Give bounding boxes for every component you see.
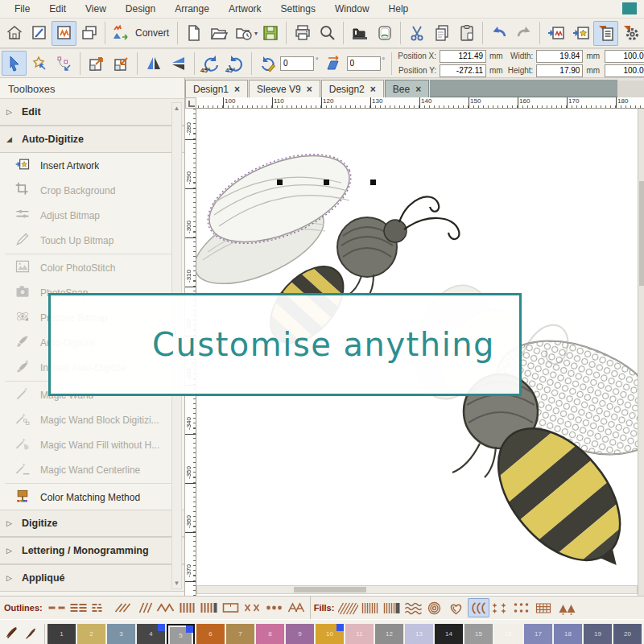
rotate-angle-input[interactable] [280, 56, 314, 71]
thread-swatch-8[interactable]: 8 [256, 624, 284, 644]
copy-icon[interactable] [429, 21, 454, 46]
selection-handle[interactable] [370, 180, 376, 185]
cross-motif-icon[interactable] [242, 598, 263, 617]
height-input[interactable] [536, 64, 583, 77]
thread-swatch-3[interactable]: 3 [107, 624, 135, 644]
scale-up-icon[interactable] [84, 51, 109, 76]
tab-close-icon[interactable]: × [234, 84, 240, 95]
thread-swatch-6[interactable]: 6 [196, 624, 225, 644]
design-settings-icon[interactable] [618, 21, 643, 46]
thread-swatch-19[interactable]: 19 [584, 624, 612, 644]
scale-y-input[interactable] [605, 64, 644, 77]
skew-angle-input[interactable] [347, 56, 381, 71]
thread-swatch-16[interactable]: 16 [494, 624, 522, 644]
tab-label[interactable]: Design2 [329, 84, 365, 95]
stitch-machine-icon[interactable] [347, 21, 372, 46]
toolbox-section-lettering-monogramming[interactable]: ▷Lettering / Monogramming [0, 537, 184, 564]
thread-swatch-5[interactable]: 5 [167, 624, 195, 644]
rosette-fill-icon[interactable] [424, 598, 446, 617]
thread-swatch-17[interactable]: 17 [524, 624, 552, 644]
dot-grid-fill-icon[interactable] [511, 598, 533, 617]
collapse-triangle-icon[interactable]: ◢ [6, 135, 14, 143]
tool-insert-artwork[interactable]: Insert Artwork [0, 153, 184, 178]
scale-x-input[interactable] [605, 50, 644, 63]
menu-arrange[interactable]: Arrange [165, 2, 219, 16]
tab-label[interactable]: Design1 [193, 84, 229, 95]
thread-swatch-9[interactable]: 9 [286, 624, 314, 644]
redo-icon[interactable] [511, 21, 536, 46]
thread-swatch-11[interactable]: 11 [345, 624, 374, 644]
satin-icon[interactable] [176, 598, 198, 617]
thread-swatch-13[interactable]: 13 [405, 624, 433, 644]
tab-close-icon[interactable]: × [307, 84, 312, 95]
thread-swatch-10[interactable]: 10 [316, 624, 344, 644]
menu-edit[interactable]: Edit [39, 2, 76, 16]
expand-triangle-icon[interactable]: ▷ [6, 574, 14, 582]
toolbox-section-appliqu-[interactable]: ▷Appliqué [0, 564, 184, 592]
toolbox-section-digitize[interactable]: ▷Digitize [0, 510, 184, 537]
thread-swatch-20[interactable]: 20 [613, 624, 642, 644]
rotate-right-icon[interactable]: 45° [223, 51, 248, 76]
tab-design1[interactable]: Design1× [185, 80, 248, 97]
rotate-left-icon[interactable]: 45° [198, 51, 223, 76]
scale-down-icon[interactable] [109, 51, 134, 76]
menu-help[interactable]: Help [379, 2, 419, 16]
menu-view[interactable]: View [76, 2, 116, 16]
tab-bee[interactable]: Bee× [385, 80, 429, 97]
home-icon[interactable] [2, 21, 27, 46]
vline-fill-icon[interactable] [359, 598, 381, 617]
heart-fill-icon[interactable] [446, 598, 468, 617]
dash-icon[interactable] [46, 598, 68, 617]
hatch-icon[interactable] [111, 598, 133, 617]
thread-swatch-14[interactable]: 14 [435, 624, 463, 644]
undo-icon[interactable] [486, 21, 511, 46]
expand-triangle-icon[interactable]: ▷ [6, 547, 14, 555]
weave-fill-icon[interactable] [402, 598, 424, 617]
tool-color-matching-method[interactable]: Color Matching Method [0, 485, 184, 510]
grid-fill-icon[interactable] [533, 598, 555, 617]
new-design-icon[interactable] [181, 21, 206, 46]
free-rotate-icon[interactable] [255, 51, 280, 76]
thread-needle-icon[interactable] [23, 624, 40, 644]
scroll-down-icon[interactable]: ▼ [174, 580, 180, 587]
expand-triangle-icon[interactable]: ▷ [6, 108, 14, 116]
toolbox-section-auto-digitize[interactable]: ◢Auto-Digitize [0, 126, 184, 153]
reshape-icon[interactable] [52, 51, 76, 76]
save-design-icon[interactable] [258, 21, 283, 46]
thread-swatch-4[interactable]: 4 [137, 624, 165, 644]
mirror-x-icon[interactable] [141, 51, 166, 76]
width-input[interactable] [536, 50, 583, 63]
thread-swatch-1[interactable]: 1 [47, 624, 76, 644]
print-icon[interactable] [290, 21, 315, 46]
menu-artwork[interactable]: Artwork [219, 2, 271, 16]
toolbox-section-edit[interactable]: ▷Edit [0, 98, 184, 126]
dots-icon[interactable] [263, 598, 285, 617]
menu-file[interactable]: File [5, 2, 39, 16]
canvas-vertical-scrollbar[interactable] [638, 109, 644, 596]
motif-aa-fill-icon[interactable] [555, 598, 576, 617]
vline-shade-fill-icon[interactable] [381, 598, 402, 617]
thread-swatch-2[interactable]: 2 [77, 624, 105, 644]
convert-icon[interactable] [109, 21, 134, 46]
dash-dot-icon[interactable] [89, 598, 111, 617]
select-tool-icon[interactable] [2, 51, 27, 76]
frame-icon[interactable] [220, 598, 242, 617]
tab-design2[interactable]: Design2× [321, 80, 384, 97]
tab-sleeve-v9[interactable]: Sleeve V9× [249, 80, 320, 97]
thread-swatch-12[interactable]: 12 [375, 624, 403, 644]
embroidery-canvas-icon[interactable] [52, 21, 76, 46]
hoop-icon[interactable] [372, 21, 397, 46]
insert-artwork-icon[interactable] [568, 21, 593, 46]
menu-window[interactable]: Window [325, 2, 379, 16]
thread-swatch-7[interactable]: 7 [226, 624, 254, 644]
hatch-fill-icon[interactable] [337, 598, 359, 617]
paste-icon[interactable] [454, 21, 479, 46]
convert-button-label[interactable]: Convert [135, 27, 174, 39]
zigzag-icon[interactable] [155, 598, 176, 617]
selection-handle[interactable] [324, 180, 329, 185]
open-design-icon[interactable] [206, 21, 231, 46]
artwork-canvas-icon[interactable] [27, 21, 52, 46]
motif-a-icon[interactable] [285, 598, 307, 617]
tab-close-icon[interactable]: × [370, 84, 376, 95]
thread-swatch-15[interactable]: 15 [464, 624, 493, 644]
